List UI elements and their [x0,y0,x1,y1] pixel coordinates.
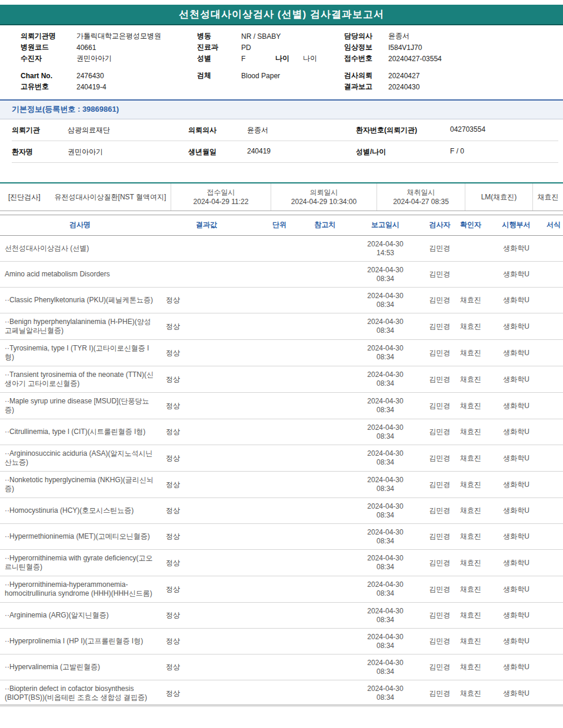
department-name: 생화학U [488,375,544,385]
department-name: 생화학U [488,689,544,699]
result-value: 정상 [160,689,253,699]
result-value: 정상 [160,401,253,411]
field-value: F / 0 [450,141,558,163]
verifier-name: 채효진 [453,610,488,620]
collect-datetime-label: 채취일시 [407,188,435,197]
field-label: Chart No. [21,72,76,80]
order-test-group: 유전성대사이상질환[NST 혈액여지] [50,183,171,211]
tester-name: 김민경 [427,375,453,385]
request-datetime-col: 의뢰일시 2024-04-29 10:34:00 [271,183,377,211]
result-row: Amino acid metabolism Disorders2024-04-3… [0,262,563,288]
header-field-row: 접수번호20240427-03554 [344,53,563,64]
test-name: ··Classic Phenylketonuria (PKU)(페닐케톤뇨증) [0,292,160,309]
result-row: ··Hyperornithinemia-hyperammonemia-homoc… [0,576,563,603]
test-name: ··Hyperornithinemia-hyperammonemia-homoc… [0,576,160,602]
field-value: 삼광의료재단 [68,119,188,141]
test-name: ··Nonketotic hyperglycinemia (NKHG)(글리신뇌… [0,472,160,497]
field-value: 240419 [247,141,356,163]
report-datetime: 2024-04-30 08:34 [344,370,427,388]
request-datetime-value: 2024-04-29 10:34:00 [291,197,357,206]
header-group-middle: 병동NR / SBABY진료과PD성별F나이나이검체Blood Paper [197,31,344,92]
result-row: ··Citrullinemia, type I (CIT)(시트룰린혈증 I형)… [0,419,563,445]
field-label: 의뢰의사 [188,119,247,141]
field-label: 병동 [197,31,241,41]
header-group-right: 담당의사윤종서임상정보I584V1J70접수번호20240427-03554검사… [344,31,563,92]
field-value: 240419-4 [76,83,106,91]
tester-name: 김민경 [427,558,453,568]
collector-team: 채효진 [532,183,563,211]
tester-name: 김민경 [427,610,453,620]
department-name: 생화학U [488,322,544,332]
result-value: 정상 [160,322,253,332]
department-name: 생화학U [488,427,544,437]
field-value: 20240427 [388,72,419,80]
field-value: 권민아아기 [68,141,188,163]
field-value: 20240430 [388,83,419,91]
tester-name: 김민경 [427,662,453,672]
field-label: 병원코드 [21,42,76,52]
result-row: ··Transient tyrosinemia of the neonate (… [0,366,563,393]
result-value: 정상 [160,506,253,516]
department-name: 생화학U [488,453,544,463]
header-field-row: 검체Blood Paper [197,70,344,81]
header-field-row: Chart No.2476430 [21,70,197,81]
field-label: 검체 [197,71,241,81]
header-field-row: 담당의사윤종서 [344,31,563,42]
tester-name: 김민경 [427,506,453,516]
result-row: ··Hypermethioninemia (MET)(고메티오닌혈증)정상202… [0,524,563,550]
column-header-form: 서식 [544,215,563,235]
field-label: 접수번호 [344,54,388,64]
test-name: ··Hypermethioninemia (MET)(고메티오닌혈증) [0,528,160,545]
result-row: ··Argininemia (ARG)(알지닌혈증)정상2024-04-30 0… [0,603,563,629]
result-row: ··Classic Phenylketonuria (PKU)(페닐케톤뇨증)정… [0,288,563,313]
tester-name: 김민경 [427,453,453,463]
result-row: ··Hyperornithinemia with gyrate deficien… [0,550,563,576]
result-row: ··Tyrosinemia, type I (TYR I)(고타이로신혈증 I형… [0,340,563,366]
verifier-name: 채효진 [453,427,488,437]
report-header: 의뢰기관명가톨릭대학교은평성모병원병원코드40661수진자권민아아기Chart … [0,25,563,92]
test-name: ··Maple syrup urine disease [MSUD](단풍당뇨증… [0,393,160,419]
collector-info: LM(채효진) [465,183,532,211]
result-row: ··Benign hyperphenylalaninemia (H-PHE)(양… [0,313,563,340]
verifier-name: 채효진 [453,558,488,568]
tester-name: 김민경 [427,532,453,542]
field-value: 20240427-03554 [388,55,442,63]
field-label: 수진자 [21,54,76,64]
field-value: 042703554 [450,119,558,141]
test-name: ··Transient tyrosinemia of the neonate (… [0,366,160,392]
result-value: 정상 [160,427,253,437]
field-value: PD [241,44,275,52]
results-table-body: 선천성대사이상검사 (선별)2024-04-30 14:53김민경생화학UAmi… [0,236,563,707]
field-value: 윤종서 [247,119,356,141]
result-row: ··Argininosuccinic aciduria (ASA)(알지노석시닌… [0,445,563,472]
receive-datetime-value: 2024-04-29 11:22 [194,197,249,206]
report-datetime: 2024-04-30 08:34 [344,266,427,283]
verifier-name: 채효진 [453,480,488,490]
result-value: 정상 [160,453,253,463]
column-header-reference: 참고치 [306,215,344,235]
report-datetime: 2024-04-30 08:34 [344,633,427,650]
column-header-test-name: 검사명 [0,215,160,235]
verifier-name: 채효진 [453,532,488,542]
header-group-left: 의뢰기관명가톨릭대학교은평성모병원병원코드40661수진자권민아아기Chart … [21,31,197,92]
test-name: ··Tyrosinemia, type I (TYR I)(고타이로신혈증 I형… [0,340,160,366]
header-field-row: 병동NR / SBABY [197,31,344,42]
field-value: F [241,55,275,63]
test-name: ··Hypervalinemia (고발린혈증) [0,659,160,676]
order-type-tag: [진단검사] [0,183,50,211]
basic-info-section-title: 기본정보(등록번호 : 39869861) [0,99,563,119]
test-name: ··Biopterin defect in cofactor biosynthe… [0,680,160,706]
tester-name: 김민경 [427,585,453,595]
column-header-department: 시행부서 [488,215,544,235]
field-label: 진료과 [197,42,241,52]
test-name: ··Citrullinemia, type I (CIT)(시트룰린혈증 I형) [0,423,160,440]
field-label: 환자명 [12,141,68,163]
tester-name: 김민경 [427,269,453,279]
receive-datetime-label: 접수일시 [207,188,235,197]
department-name: 생화학U [488,480,544,490]
header-field-row: 수진자권민아아기 [21,53,197,64]
header-field-row: 검사의뢰20240427 [344,70,563,81]
department-name: 생화학U [488,295,544,305]
tester-name: 김민경 [427,243,453,253]
department-name: 생화학U [488,348,544,358]
